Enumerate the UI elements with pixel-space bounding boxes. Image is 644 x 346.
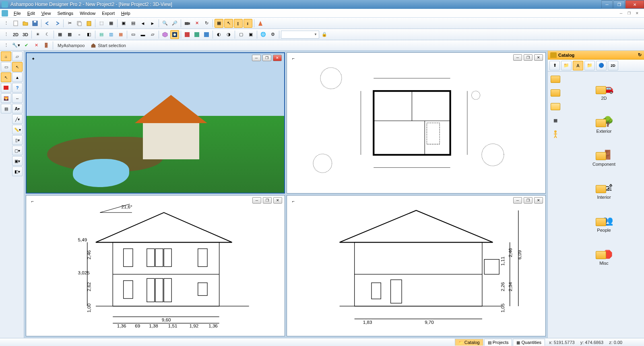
viewport-plan[interactable]: ⌐ ─ ❐ ✕ [287, 52, 546, 194]
view-3d-button[interactable]: 3D [21, 30, 30, 39]
camera-button[interactable] [183, 19, 192, 28]
group-button[interactable]: ▦ [107, 19, 116, 28]
perspective-button[interactable]: ▱ [148, 30, 157, 39]
floor-up-button[interactable]: ▤ [97, 30, 106, 39]
zoom-in-button[interactable]: 🔍 [161, 19, 169, 28]
vp-minimize-button[interactable]: ─ [252, 55, 261, 61]
render-mode-4-button[interactable]: ◧ [85, 30, 93, 39]
plan-corner-icon[interactable]: ⌐ [289, 54, 297, 62]
tile-button[interactable]: ▤ [129, 19, 138, 28]
vp-maximize-button-2[interactable]: ❐ [524, 54, 533, 61]
render-mode-3-button[interactable]: ▫ [75, 30, 84, 39]
paste-button[interactable] [85, 19, 93, 28]
viewport-elevation-front[interactable]: ⌐ ─ ❐ ✕ [26, 195, 285, 336]
catalog-folder-1[interactable] [549, 74, 561, 84]
menu-window[interactable]: Window [76, 10, 99, 17]
walkthrough-button[interactable] [256, 19, 265, 28]
vp-maximize-button[interactable]: ❐ [262, 55, 271, 61]
maximize-button[interactable]: ❐ [613, 0, 625, 8]
compass-icon[interactable]: ✦ [29, 55, 37, 63]
catalog-person-icon[interactable] [549, 129, 561, 139]
pointer-button[interactable]: ↖ [224, 19, 233, 28]
floor-all-button[interactable]: ▦ [116, 30, 125, 39]
refresh-catalog-icon[interactable]: ↻ [638, 52, 642, 58]
app-icon-small[interactable] [2, 10, 8, 16]
catalog-fence-icon[interactable]: ▦ [549, 115, 561, 126]
tool-door[interactable]: ▣▾ [12, 156, 23, 166]
zoom-out-button[interactable]: 🔎 [170, 19, 179, 28]
sun-button[interactable]: ☀ [33, 30, 42, 39]
catalog-up-button[interactable]: ⬆ [549, 61, 560, 70]
tool-b-button[interactable]: ▣ [246, 30, 255, 39]
menu-export[interactable]: Export [99, 10, 118, 17]
tool-room[interactable]: ▱ [12, 51, 23, 61]
viewport-3d[interactable]: ✦ ─ ❐ ✕ [26, 52, 285, 194]
catalog-item-exterior[interactable]: 🌳 Exterior [584, 108, 624, 134]
vp-close-button[interactable]: ✕ [273, 55, 282, 61]
catalog-folder-2[interactable] [549, 88, 561, 98]
render-mode-1-button[interactable]: ▦ [56, 30, 64, 39]
tool-dimension[interactable]: ↔ [12, 93, 23, 103]
menu-edit[interactable]: Edit [24, 10, 38, 17]
color-1-button[interactable] [183, 30, 192, 39]
snap-grid-button[interactable]: ⫾ [244, 19, 252, 28]
refresh-button[interactable]: ↻ [202, 19, 211, 28]
tool-red-flag[interactable] [1, 83, 11, 93]
next-button[interactable]: ► [148, 19, 157, 28]
delete-button[interactable]: ✕ [192, 19, 201, 28]
mdi-restore-button[interactable]: ❐ [625, 10, 633, 16]
menu-file[interactable]: File [10, 10, 24, 17]
vp-maximize-button-4[interactable]: ❐ [524, 197, 533, 204]
menu-help[interactable]: Help [118, 10, 134, 17]
grid-button[interactable]: ▦ [215, 19, 223, 28]
new-button[interactable] [11, 19, 20, 28]
snap-lines-button[interactable]: ⫿ [234, 19, 243, 28]
tool-measure[interactable]: 📏▾ [12, 125, 23, 134]
lock-button[interactable]: 🔒 [320, 30, 329, 39]
vp-close-button-4[interactable]: ✕ [534, 197, 543, 204]
select-button[interactable]: ⬚ [97, 19, 106, 28]
tool-object[interactable]: ◧▾ [12, 167, 23, 176]
tool-roof[interactable]: ▲ [12, 72, 23, 82]
vp-maximize-button-3[interactable]: ❐ [263, 197, 272, 204]
catalog-filter-a-button[interactable]: A [573, 61, 583, 70]
catalog-home-button[interactable]: 📁 [561, 61, 572, 70]
tool-a-button[interactable]: ▢ [237, 30, 246, 39]
vp-close-button-2[interactable]: ✕ [534, 54, 543, 61]
redo-button[interactable] [53, 19, 62, 28]
undo-button[interactable] [43, 19, 52, 28]
cube-button[interactable] [161, 30, 169, 39]
catalog-filter-b-button[interactable]: 📁 [584, 61, 595, 70]
cut-button[interactable]: ✂ [65, 19, 74, 28]
status-tab-quantities[interactable]: ▦ Quantities [513, 339, 545, 346]
status-tab-projects[interactable]: ▤ Projects [484, 339, 512, 346]
status-tab-catalog[interactable]: 📁 Catalog [455, 339, 483, 346]
tool-stairs[interactable]: ▤ [1, 104, 11, 113]
menu-view[interactable]: View [38, 10, 54, 17]
tool-line[interactable]: ╱▾ [12, 114, 23, 124]
tool-pointer[interactable]: ↖ [12, 62, 23, 72]
tool-window[interactable]: ▢▾ [12, 146, 23, 155]
catalog-item-people[interactable]: 👥 People [584, 207, 624, 233]
globe-button[interactable]: 🌐 [259, 30, 268, 39]
section-button[interactable]: ▬ [138, 30, 147, 39]
tool-help[interactable]: ? [12, 83, 23, 93]
material-1-button[interactable]: ◐ [215, 30, 223, 39]
render-mode-2-button[interactable]: ▩ [65, 30, 74, 39]
floor-down-button[interactable]: ▥ [107, 30, 116, 39]
catalog-item-interior[interactable]: 🛋 Interior [584, 174, 624, 200]
color-2-button[interactable] [192, 30, 201, 39]
elev2-corner-icon[interactable]: ⌐ [289, 197, 297, 205]
nav-start-selection[interactable]: Start selection [88, 41, 128, 49]
tool-text[interactable]: A▾ [12, 104, 23, 113]
viewport-elevation-side[interactable]: ⌐ ─ ❐ ✕ [287, 195, 546, 336]
catalog-item-misc[interactable]: 🛑 Misc [584, 240, 624, 266]
catalog-item-2d[interactable]: 🚗 2D [584, 75, 624, 101]
wrench-button[interactable]: 🔧▾ [12, 41, 21, 50]
vp-minimize-button-3[interactable]: ─ [252, 197, 261, 204]
moon-button[interactable]: ☾ [43, 30, 52, 39]
catalog-3d-button[interactable]: 🔵 [596, 61, 607, 70]
catalog-item-component[interactable]: 🚪 Component [584, 141, 624, 167]
tool-column[interactable]: ▯▾ [12, 135, 23, 145]
mdi-minimize-button[interactable]: ─ [617, 10, 625, 16]
